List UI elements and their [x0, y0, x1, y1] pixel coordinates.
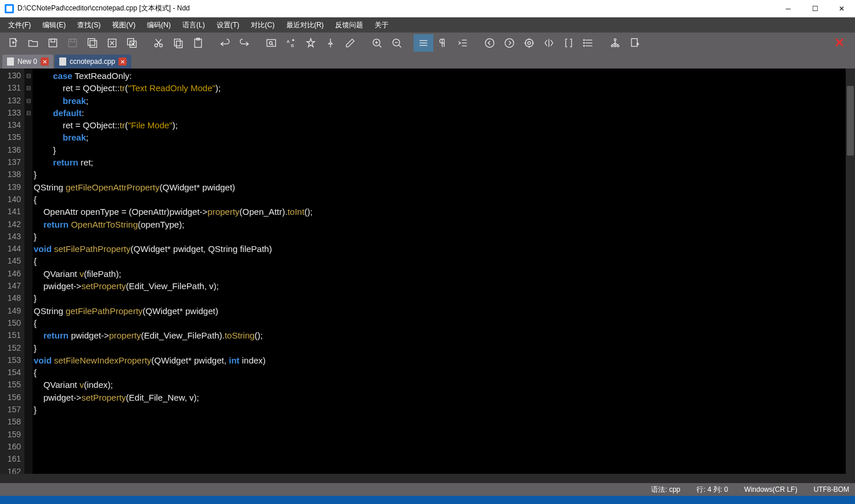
find-replace-icon[interactable]: AB: [281, 34, 301, 52]
menu-7[interactable]: 对比(C): [245, 19, 281, 32]
maximize-button[interactable]: ☐: [802, 0, 828, 17]
paragraph-icon[interactable]: [433, 34, 453, 52]
nav-back-icon[interactable]: [480, 34, 500, 52]
window-controls: ─ ☐ ✕: [775, 0, 855, 17]
svg-point-46: [525, 39, 533, 46]
zoom-out-icon[interactable]: [387, 34, 407, 52]
tab-label: ccnotepad.cpp: [70, 57, 115, 66]
svg-line-64: [612, 43, 615, 45]
svg-rect-22: [177, 41, 182, 48]
app-icon: [5, 4, 14, 13]
save-disabled-icon[interactable]: [63, 34, 82, 52]
save-all-icon[interactable]: [82, 34, 102, 52]
svg-rect-21: [174, 39, 180, 46]
bookmark-icon[interactable]: [301, 34, 321, 52]
file-plus-icon[interactable]: [625, 34, 645, 52]
toolbar: AB✕: [0, 33, 855, 53]
line-number-gutter[interactable]: 1301311321331341351361371381391401411421…: [0, 69, 24, 474]
menu-1[interactable]: 编辑(E): [37, 19, 71, 32]
redo-icon[interactable]: [235, 34, 254, 52]
svg-line-27: [272, 44, 274, 46]
tab-close-icon[interactable]: ✕: [118, 57, 127, 66]
svg-point-58: [584, 45, 585, 46]
doc-icon: [59, 57, 66, 66]
svg-line-32: [379, 45, 381, 47]
menu-3[interactable]: 视图(V): [106, 19, 141, 32]
brackets-icon[interactable]: [559, 34, 579, 52]
status-encoding[interactable]: UTF8-BOM: [814, 485, 849, 494]
window-title: D:\CCNotePad\cceditor\ccnotepad.cpp [文本模…: [17, 3, 775, 13]
nav-forward-icon[interactable]: [500, 34, 519, 52]
cut-icon[interactable]: [149, 34, 168, 52]
menu-6[interactable]: 设置(T): [211, 19, 245, 32]
editor: 1301311321331341351361371381391401411421…: [0, 69, 855, 474]
minimize-button[interactable]: ─: [775, 0, 802, 17]
fold-gutter[interactable]: ⊟⊟⊟⊟: [24, 69, 33, 474]
svg-rect-6: [69, 39, 76, 46]
svg-point-60: [611, 45, 613, 46]
svg-rect-7: [71, 39, 75, 42]
open-file-icon[interactable]: [23, 34, 43, 52]
menu-10[interactable]: 关于: [369, 19, 394, 32]
pin-icon[interactable]: [321, 34, 340, 52]
vertical-scrollbar[interactable]: [846, 69, 855, 474]
svg-point-44: [486, 39, 494, 48]
svg-text:B: B: [291, 43, 294, 48]
close-button[interactable]: ✕: [828, 0, 855, 17]
status-eol[interactable]: Windows(CR LF): [744, 485, 797, 494]
title-bar: D:\CCNotePad\cceditor\ccnotepad.cpp [文本模…: [0, 0, 855, 17]
svg-point-56: [584, 39, 585, 41]
new-file-icon[interactable]: [3, 34, 23, 52]
svg-rect-9: [90, 41, 97, 48]
status-bar: 语法: cpp 行: 4 列: 0 Windows(CR LF) UTF8-BO…: [0, 483, 855, 496]
eraser-icon[interactable]: [340, 34, 360, 52]
close-icon[interactable]: [102, 34, 122, 52]
svg-point-61: [614, 45, 616, 46]
code-area[interactable]: case TextReadOnly: ret = QObject::tr("Te…: [33, 69, 855, 474]
toolbar-close-icon[interactable]: ✕: [827, 35, 852, 51]
menu-8[interactable]: 最近对比(R): [281, 19, 330, 32]
tab-bar: New 0✕ccnotepad.cpp✕: [0, 53, 855, 69]
paste-icon[interactable]: [188, 34, 208, 52]
svg-line-36: [398, 45, 401, 47]
menu-5[interactable]: 语言(L): [177, 19, 211, 32]
copy-icon[interactable]: [168, 34, 188, 52]
status-language[interactable]: 语法: cpp: [651, 485, 680, 495]
close-all-icon[interactable]: [122, 34, 142, 52]
svg-marker-30: [307, 39, 314, 47]
svg-rect-25: [267, 39, 276, 46]
svg-point-45: [505, 39, 514, 48]
wrap-icon[interactable]: [414, 34, 433, 52]
indent-icon[interactable]: [453, 34, 473, 52]
undo-icon[interactable]: [215, 34, 235, 52]
menu-9[interactable]: 反馈问题: [329, 19, 369, 32]
menu-2[interactable]: 查找(S): [71, 19, 106, 32]
scrollbar-thumb[interactable]: [847, 86, 854, 156]
collapse-h-icon[interactable]: [539, 34, 559, 52]
svg-text:A: A: [287, 39, 290, 44]
svg-rect-8: [88, 39, 95, 46]
horizontal-scrollbar[interactable]: [0, 474, 855, 483]
svg-line-65: [615, 43, 618, 45]
status-position[interactable]: 行: 4 列: 0: [696, 485, 728, 495]
menu-0[interactable]: 文件(F): [2, 19, 37, 32]
tab-0[interactable]: New 0✕: [2, 55, 53, 69]
taskbar-strip: [0, 496, 855, 504]
svg-rect-5: [51, 39, 55, 42]
tab-close-icon[interactable]: ✕: [41, 57, 49, 66]
svg-point-59: [614, 39, 616, 41]
svg-point-47: [528, 42, 531, 45]
target-icon[interactable]: [519, 34, 539, 52]
tab-1[interactable]: ccnotepad.cpp✕: [55, 55, 131, 69]
zoom-in-icon[interactable]: [367, 34, 387, 52]
svg-point-62: [617, 45, 619, 46]
svg-rect-4: [49, 39, 56, 46]
doc-icon: [7, 57, 14, 66]
find-icon[interactable]: [261, 34, 281, 52]
list-icon[interactable]: [579, 34, 598, 52]
menu-bar: 文件(F)编辑(E)查找(S)视图(V)编码(N)语言(L)设置(T)对比(C)…: [0, 17, 855, 33]
tree-icon[interactable]: [605, 34, 625, 52]
menu-4[interactable]: 编码(N): [141, 19, 177, 32]
svg-rect-67: [631, 39, 637, 46]
save-icon[interactable]: [43, 34, 63, 52]
